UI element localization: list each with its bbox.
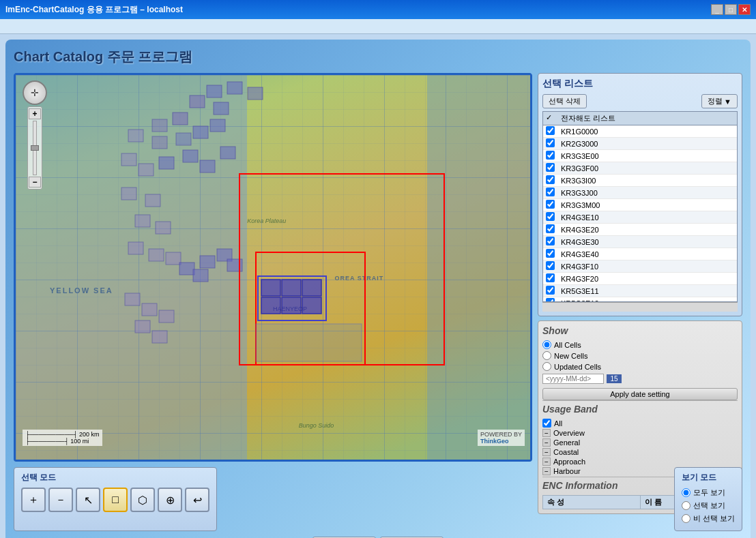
zoom-track	[33, 121, 37, 175]
table-row: KR3G3E00	[543, 150, 737, 162]
cell-name: KR3G3F00	[561, 164, 734, 173]
radio-new-cells-input[interactable]	[542, 351, 551, 360]
svg-rect-43	[302, 280, 321, 296]
cell-checkbox[interactable]	[546, 224, 555, 233]
map-section[interactable]: YELLOW SEA Korea Plateau OREA STRAIT HAE…	[14, 73, 532, 462]
scale-bar: ├──────────┤ 200 km ├────────┤ 100 mi	[23, 430, 102, 446]
view-select-radio[interactable]	[682, 501, 690, 510]
cell-checkbox-col[interactable]	[546, 175, 561, 185]
title-bar: ImEnc-ChartCatalog 응용 프로그램 – localhost _…	[0, 0, 756, 19]
cell-checkbox-col[interactable]	[546, 126, 561, 136]
view-select-label: 선택 보기	[693, 500, 725, 511]
map-label-yellow-sea: YELLOW SEA	[50, 286, 113, 295]
cell-checkbox-col[interactable]	[546, 286, 561, 296]
zoom-slider[interactable]: + −	[27, 106, 42, 190]
map-label-city: HAENYEOP	[273, 305, 307, 312]
view-deselect-radio[interactable]	[682, 514, 690, 523]
cell-checkbox-col[interactable]	[546, 237, 561, 247]
cell-name: KR1G0000	[561, 128, 734, 136]
bottom-area: 선택 모드 ＋ － ↖ □ ⬡ ⊕ ↩ 보기 모드 모두 보기 선택 보기	[14, 467, 742, 531]
map-label-strait: OREA STRAIT	[334, 275, 383, 282]
cell-checkbox[interactable]	[546, 175, 555, 184]
cell-checkbox[interactable]	[546, 200, 555, 209]
zoom-in-tool[interactable]: ＋	[21, 488, 46, 512]
pan-tool[interactable]: ↖	[76, 488, 100, 512]
select-mode-panel: 선택 모드 ＋ － ↖ □ ⬡ ⊕ ↩	[14, 467, 217, 531]
minimize-button[interactable]: _	[711, 4, 723, 15]
usage-general-minus[interactable]: −	[542, 438, 551, 447]
cell-checkbox[interactable]	[546, 286, 555, 295]
cell-checkbox-col[interactable]	[546, 163, 561, 173]
cell-checkbox[interactable]	[546, 188, 555, 196]
cell-checkbox[interactable]	[546, 249, 555, 258]
usage-overview-minus[interactable]: −	[542, 429, 551, 437]
usage-general-label: General	[553, 438, 580, 447]
window-title: ImEnc-ChartCatalog 응용 프로그램 – localhost	[5, 4, 183, 16]
horizontal-scrollbar[interactable]	[542, 302, 738, 312]
zoom-out-btn[interactable]: −	[29, 177, 41, 188]
select-poly-tool[interactable]: ⬡	[130, 488, 155, 512]
cell-checkbox[interactable]	[546, 273, 555, 282]
powered-by: POWERED BY ThinkGeo	[478, 430, 525, 446]
close-button[interactable]: ✕	[738, 4, 751, 15]
view-all-label: 모두 보기	[693, 488, 725, 498]
cell-checkbox[interactable]	[546, 212, 555, 221]
radio-all-cells-input[interactable]	[542, 340, 551, 349]
undo-tool[interactable]: ↩	[185, 488, 209, 512]
cell-checkbox-col[interactable]	[546, 212, 561, 222]
usage-coastal-row: − Coastal	[542, 448, 738, 456]
header-name: 전자해도 리스트	[561, 113, 734, 123]
cell-checkbox[interactable]	[546, 151, 555, 160]
maximize-button[interactable]: □	[725, 4, 737, 15]
map-label-suido: Bungo Suido	[299, 422, 334, 429]
view-deselect-row: 비 선택 보기	[682, 513, 735, 524]
cell-checkbox-col[interactable]	[546, 138, 561, 149]
cell-checkbox-col[interactable]	[546, 249, 561, 259]
radio-new-cells-label: New Cells	[554, 352, 588, 360]
cell-checkbox[interactable]	[546, 237, 555, 245]
cell-checkbox-col[interactable]	[546, 151, 561, 161]
date-input[interactable]	[542, 374, 604, 384]
table-row: KR1G0000	[543, 125, 737, 138]
cell-name: KR4G3F10	[561, 263, 734, 271]
usage-general-row: − General	[542, 438, 738, 447]
view-all-radio[interactable]	[682, 488, 690, 497]
delete-selection-button[interactable]: 선택 삭제	[542, 94, 587, 108]
cell-checkbox-col[interactable]	[546, 261, 561, 271]
select-click-tool[interactable]: ⊕	[158, 488, 182, 512]
usage-approach-row: − Approach	[542, 458, 738, 466]
svg-rect-45	[258, 276, 326, 320]
cell-table-container[interactable]: ✓ 전자해도 리스트 KR1G0000 KR2G3000 KR3G3E00	[542, 111, 738, 302]
table-row: KR4G3E20	[543, 224, 737, 236]
usage-coastal-minus[interactable]: −	[542, 448, 551, 456]
sort-button[interactable]: 정렬 ▼	[701, 94, 738, 108]
cell-checkbox-col[interactable]	[546, 188, 561, 198]
svg-rect-38	[256, 252, 365, 365]
select-rect-tool[interactable]: □	[103, 488, 128, 512]
usage-all-checkbox[interactable]	[542, 419, 551, 428]
svg-rect-37	[239, 174, 444, 365]
table-row: KR2G3000	[543, 138, 737, 150]
cell-checkbox[interactable]	[546, 138, 555, 147]
apply-date-button[interactable]: Apply date setting	[542, 388, 738, 400]
cell-name: KR3G3J00	[561, 189, 734, 197]
cell-checkbox[interactable]	[546, 261, 555, 270]
view-mode-panel: 보기 모드 모두 보기 선택 보기 비 선택 보기	[674, 467, 742, 531]
header-check: ✓	[546, 113, 561, 123]
usage-all-label: All	[554, 419, 562, 428]
cell-checkbox-col[interactable]	[546, 224, 561, 235]
cell-name: KR3G3M00	[561, 201, 734, 209]
usage-approach-minus[interactable]: −	[542, 458, 551, 466]
zoom-in-btn[interactable]: +	[29, 108, 41, 119]
zoom-out-tool[interactable]: －	[48, 488, 73, 512]
cell-checkbox-col[interactable]	[546, 273, 561, 284]
cell-name: KR3G3I00	[561, 177, 734, 185]
table-row: KR4G3E30	[543, 236, 737, 248]
cell-checkbox[interactable]	[546, 126, 555, 135]
zoom-handle[interactable]	[31, 145, 39, 151]
table-row: KR4G3E40	[543, 248, 737, 260]
compass-control[interactable]: ✛	[23, 80, 47, 105]
cell-checkbox[interactable]	[546, 163, 555, 172]
cell-checkbox-col[interactable]	[546, 200, 561, 210]
radio-updated-cells-input[interactable]	[542, 362, 551, 371]
